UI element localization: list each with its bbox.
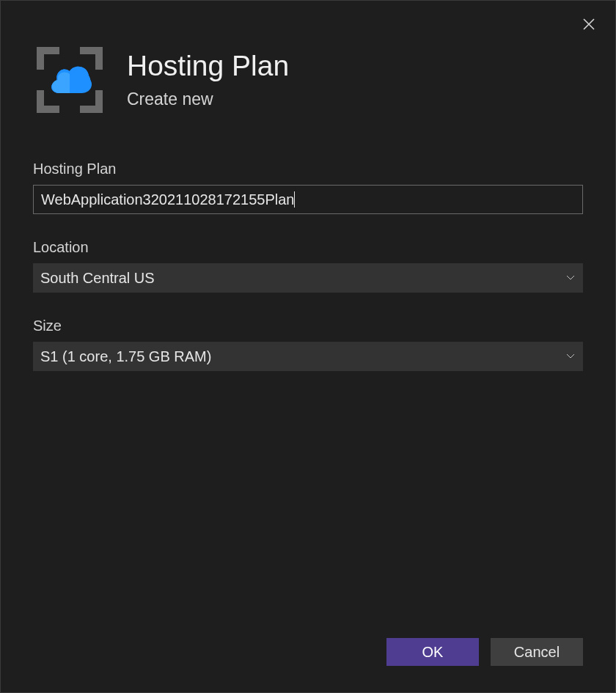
dialog-footer: OK Cancel xyxy=(386,638,583,666)
dialog-subtitle: Create new xyxy=(127,89,289,109)
ok-button[interactable]: OK xyxy=(386,638,479,666)
hosting-plan-value: WebApplication320211028172155Plan xyxy=(41,191,294,208)
location-group: Location South Central US xyxy=(33,239,583,293)
location-label: Location xyxy=(33,239,583,256)
size-value: S1 (1 core, 1.75 GB RAM) xyxy=(40,348,211,365)
form: Hosting Plan WebApplication3202110281721… xyxy=(1,140,615,371)
hosting-plan-label: Hosting Plan xyxy=(33,161,583,177)
size-select[interactable]: S1 (1 core, 1.75 GB RAM) xyxy=(33,342,583,371)
cancel-button[interactable]: Cancel xyxy=(491,638,583,666)
dialog-header: Hosting Plan Create new xyxy=(1,1,615,140)
hosting-plan-input[interactable]: WebApplication320211028172155Plan xyxy=(33,185,583,214)
location-value: South Central US xyxy=(40,270,155,287)
dialog-title: Hosting Plan xyxy=(127,51,289,82)
size-group: Size S1 (1 core, 1.75 GB RAM) xyxy=(33,318,583,371)
text-cursor xyxy=(294,191,295,208)
location-select[interactable]: South Central US xyxy=(33,263,583,293)
hosting-plan-icon xyxy=(33,43,106,117)
hosting-plan-group: Hosting Plan WebApplication3202110281721… xyxy=(33,161,583,214)
close-button[interactable] xyxy=(580,17,598,34)
size-label: Size xyxy=(33,318,583,334)
close-icon xyxy=(582,17,596,34)
